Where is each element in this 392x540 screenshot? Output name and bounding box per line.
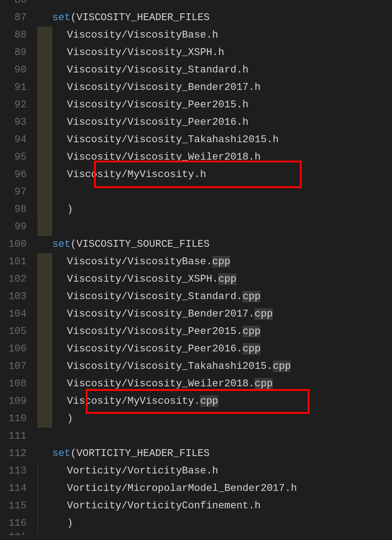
code-line[interactable]: Viscosity/Viscosity_XSPH.h <box>38 44 392 61</box>
code-line[interactable]: ) <box>38 201 392 218</box>
code-line[interactable]: Viscosity/Viscosity_Standard.h <box>38 61 392 79</box>
code-line[interactable] <box>38 532 392 540</box>
code-token: ) <box>67 518 73 529</box>
modified-indicator <box>38 393 52 410</box>
code-line[interactable]: Viscosity/Viscosity_Takahashi2015.h <box>38 131 392 149</box>
code-token: set <box>52 239 71 250</box>
code-line[interactable]: set(VORTICITY_HEADER_FILES <box>38 445 392 462</box>
line-number: 91 <box>5 79 27 96</box>
code-line[interactable]: Viscosity/Viscosity_Weiler2018.h <box>38 149 392 166</box>
indent-guide <box>38 306 38 323</box>
code-token: Vorticity/VorticityConfinement.h <box>67 500 260 512</box>
code-line[interactable]: ) <box>38 410 392 428</box>
code-token: Viscosity/Viscosity_Peer2015.h <box>67 99 248 111</box>
code-token: Viscosity/Viscosity_Bender2017. <box>67 308 254 320</box>
indent-guide <box>38 79 38 96</box>
code-line[interactable] <box>38 184 392 201</box>
code-line[interactable]: Viscosity/Viscosity_Weiler2018.cpp <box>38 375 392 393</box>
code-line[interactable]: set(VISCOSITY_SOURCE_FILES <box>38 236 392 253</box>
modified-indicator <box>38 218 52 236</box>
code-token: cpp <box>243 326 261 337</box>
code-token: Viscosity/Viscosity_Weiler2018. <box>67 378 254 390</box>
line-number: 105 <box>5 323 27 340</box>
modified-indicator <box>38 253 52 271</box>
modified-indicator <box>38 340 52 358</box>
modified-indicator <box>38 306 52 323</box>
modified-indicator <box>38 114 52 131</box>
code-token: ) <box>67 204 73 215</box>
line-number: 112 <box>5 445 27 462</box>
code-line[interactable]: Viscosity/ViscosityBase.cpp <box>38 253 392 271</box>
code-token: Vorticity/VorticityBase.h <box>67 465 218 477</box>
line-number: 95 <box>5 149 27 166</box>
code-line[interactable]: Viscosity/Viscosity_Peer2016.cpp <box>38 340 392 358</box>
indent-guide <box>38 410 38 428</box>
code-token: (VORTICITY_HEADER_FILES <box>71 448 210 459</box>
code-token: Viscosity/Viscosity_Standard. <box>67 291 243 302</box>
line-number: 103 <box>5 288 27 306</box>
code-line[interactable]: ) <box>38 515 392 532</box>
code-token: cpp <box>200 395 218 407</box>
indent-guide <box>38 462 38 480</box>
code-line[interactable]: Viscosity/Viscosity_Bender2017.cpp <box>38 306 392 323</box>
code-line[interactable]: Vorticity/MicropolarModel_Bender2017.h <box>38 480 392 497</box>
code-token: Vorticity/MicropolarModel_Bender2017.h <box>67 483 297 494</box>
code-area[interactable]: set(VISCOSITY_HEADER_FILESViscosity/Visc… <box>35 0 392 540</box>
code-line[interactable]: Viscosity/Viscosity_Bender2017.h <box>38 79 392 96</box>
code-token: Viscosity/ViscosityBase. <box>67 256 212 267</box>
code-line[interactable]: Viscosity/ViscosityBase.h <box>38 27 392 44</box>
line-number: 109 <box>5 393 27 410</box>
indent-guide <box>38 323 38 340</box>
line-number: 102 <box>5 271 27 288</box>
modified-indicator <box>38 288 52 306</box>
line-number: 114 <box>5 480 27 497</box>
code-editor[interactable]: 8687888990919293949596979899100101102103… <box>0 0 392 540</box>
indent-guide <box>38 114 38 131</box>
indent-guide <box>38 149 38 166</box>
line-number: 96 <box>5 166 27 184</box>
code-line[interactable]: Viscosity/Viscosity_Peer2015.h <box>38 96 392 114</box>
modified-indicator <box>38 96 52 114</box>
indent-guide <box>38 288 38 306</box>
line-number: 111 <box>5 428 27 445</box>
code-token: Viscosity/Viscosity_Peer2016.h <box>67 117 248 128</box>
indent-guide <box>38 375 38 393</box>
code-line[interactable] <box>38 428 392 445</box>
code-line[interactable]: Viscosity/MyViscosity.h <box>38 166 392 184</box>
line-number: 113 <box>5 462 27 480</box>
code-token: Viscosity/Viscosity_XSPH. <box>67 273 218 285</box>
line-number: 110 <box>5 410 27 428</box>
code-token: set <box>52 12 71 23</box>
code-line[interactable]: set(VISCOSITY_HEADER_FILES <box>38 9 392 27</box>
code-token: cpp <box>254 378 273 390</box>
code-line[interactable]: Viscosity/Viscosity_Peer2015.cpp <box>38 323 392 340</box>
indent-guide <box>38 131 38 149</box>
code-token: Viscosity/Viscosity_Standard.h <box>67 64 248 76</box>
indent-guide <box>38 497 38 515</box>
line-number: 94 <box>5 131 27 149</box>
indent-guide <box>38 340 38 358</box>
code-line[interactable]: Viscosity/Viscosity_XSPH.cpp <box>38 271 392 288</box>
code-token: Viscosity/Viscosity_Takahashi2015. <box>67 361 273 372</box>
modified-indicator <box>38 166 52 184</box>
code-line[interactable] <box>38 218 392 236</box>
code-line[interactable]: Viscosity/Viscosity_Peer2016.h <box>38 114 392 131</box>
code-line[interactable]: Viscosity/Viscosity_Standard.cpp <box>38 288 392 306</box>
line-number: 87 <box>5 9 27 27</box>
code-line[interactable]: Viscosity/MyViscosity.cpp <box>38 393 392 410</box>
indent-guide <box>38 358 38 375</box>
line-number: 92 <box>5 96 27 114</box>
indent-guide <box>38 44 38 61</box>
code-line[interactable]: Vorticity/VorticityConfinement.h <box>38 497 392 515</box>
code-token: cpp <box>243 343 261 355</box>
line-number: 116 <box>5 515 27 532</box>
code-line[interactable]: Viscosity/Viscosity_Takahashi2015.cpp <box>38 358 392 375</box>
code-line[interactable]: Vorticity/VorticityBase.h <box>38 462 392 480</box>
code-token: Viscosity/Viscosity_Peer2015. <box>67 326 243 337</box>
code-line[interactable] <box>38 0 392 9</box>
modified-indicator <box>38 61 52 79</box>
code-token: Viscosity/ViscosityBase.h <box>67 29 218 41</box>
code-token: (VISCOSITY_SOURCE_FILES <box>71 239 210 250</box>
indent-guide <box>38 480 38 497</box>
modified-indicator <box>38 44 52 61</box>
